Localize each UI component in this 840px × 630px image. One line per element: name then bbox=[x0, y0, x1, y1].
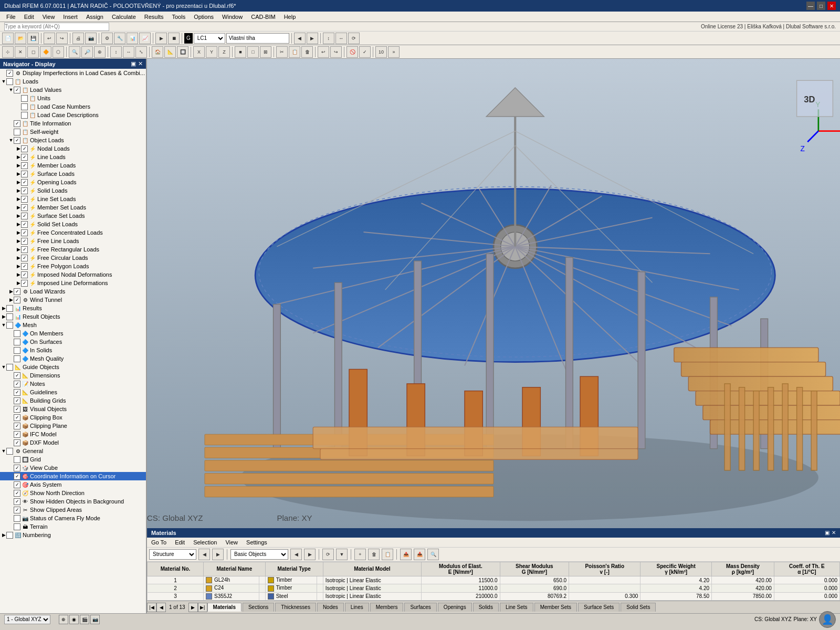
minimize-button[interactable]: — bbox=[806, 2, 815, 10]
nav-checkbox-self-weight[interactable] bbox=[14, 129, 20, 135]
toolbar-btn-10[interactable]: ↕ bbox=[323, 33, 334, 44]
tab-thicknesses[interactable]: Thicknesses bbox=[275, 603, 316, 612]
nav-item-member-set-loads[interactable]: ▶⚡Member Set Loads bbox=[0, 203, 146, 212]
nav-checkbox-imposed-line[interactable] bbox=[21, 280, 28, 287]
nav-checkbox-units[interactable] bbox=[21, 95, 28, 102]
nav-checkbox-load-case-descriptions[interactable] bbox=[21, 112, 28, 119]
mat-tb-btn2[interactable]: ▶ bbox=[212, 549, 224, 560]
nav-item-line-loads[interactable]: ▶⚡Line Loads bbox=[0, 153, 146, 161]
nav-item-load-values[interactable]: ▼📋Load Values bbox=[0, 86, 146, 94]
menu-help[interactable]: Help bbox=[280, 13, 300, 21]
nav-item-general[interactable]: ▼⚙General bbox=[0, 447, 146, 455]
nav-expand-imposed-nodal[interactable]: ▶ bbox=[16, 272, 21, 277]
mat-search-btn[interactable]: 🔍 bbox=[427, 549, 439, 560]
nav-checkbox-grid[interactable] bbox=[14, 456, 20, 463]
keyword-search[interactable] bbox=[4, 23, 109, 31]
tab-lines[interactable]: Lines bbox=[345, 603, 369, 612]
sb-btn-4[interactable]: 📷 bbox=[90, 615, 100, 624]
nav-item-opening-loads[interactable]: ▶⚡Opening Loads bbox=[0, 178, 146, 186]
nav-item-grid[interactable]: 🔲Grid bbox=[0, 455, 146, 464]
nav-item-status-camera[interactable]: 📷Status of Camera Fly Mode bbox=[0, 514, 146, 522]
tab-members[interactable]: Members bbox=[370, 603, 404, 612]
toolbar2-btn-23[interactable]: 🚫 bbox=[346, 46, 358, 58]
mat-tb-btn3[interactable]: ◀ bbox=[290, 549, 302, 560]
nav-checkbox-nodal-loads[interactable] bbox=[21, 145, 28, 152]
viewport-3d[interactable]: CS: Global XYZ Plane: XY X Y Z 3D bbox=[147, 59, 840, 528]
nav-item-results[interactable]: ▶📊Results bbox=[0, 304, 146, 312]
toolbar-btn-9[interactable]: ⏹ bbox=[168, 33, 180, 44]
nav-expand-member-loads[interactable]: ▶ bbox=[16, 163, 21, 168]
nav-item-numbering[interactable]: ▶🔢Numbering bbox=[0, 531, 146, 539]
toolbar2-btn-18[interactable]: ✂ bbox=[276, 46, 288, 58]
toolbar2-btn-15[interactable]: X bbox=[193, 46, 205, 58]
nav-checkbox-load-wizards[interactable] bbox=[14, 288, 20, 295]
mat-copy-btn[interactable]: 📋 bbox=[382, 549, 393, 560]
toolbar2-btn-7[interactable]: 🔎 bbox=[81, 46, 93, 58]
first-page-btn[interactable]: |◀ bbox=[147, 603, 156, 612]
nav-item-free-polygon-loads[interactable]: ▶⚡Free Polygon Loads bbox=[0, 262, 146, 270]
mat-import-btn[interactable]: 📥 bbox=[414, 549, 425, 560]
mat-selection[interactable]: Selection bbox=[191, 539, 219, 546]
nav-checkbox-member-set-loads[interactable] bbox=[21, 204, 28, 211]
toolbar2-btn-9[interactable]: ↕ bbox=[110, 46, 122, 58]
menu-calculate[interactable]: Calculate bbox=[108, 13, 140, 21]
nav-checkbox-clipping-box[interactable] bbox=[14, 414, 20, 421]
toolbar-btn-4[interactable]: ⚙ bbox=[101, 33, 113, 44]
menu-options[interactable]: Options bbox=[190, 13, 218, 21]
toolbar2-btn-2[interactable]: ✕ bbox=[15, 46, 26, 58]
nav-next[interactable]: ▶ bbox=[307, 33, 318, 44]
tab-surface-sets[interactable]: Surface Sets bbox=[578, 603, 620, 612]
nav-item-solid-set-loads[interactable]: ▶⚡Solid Set Loads bbox=[0, 220, 146, 228]
nav-checkbox-dxf-model[interactable] bbox=[14, 439, 20, 446]
nav-checkbox-axis-system[interactable] bbox=[14, 481, 20, 488]
nav-checkbox-dimensions[interactable] bbox=[14, 372, 20, 379]
nav-item-clipping-plane[interactable]: 📦Clipping Plane bbox=[0, 422, 146, 430]
mat-refresh-btn[interactable]: ⟳ bbox=[322, 549, 334, 560]
nav-expand-free-circular-loads[interactable]: ▶ bbox=[16, 255, 21, 260]
nav-item-visual-objects[interactable]: 🖼Visual Objects bbox=[0, 405, 146, 413]
nav-expand-wind-tunnel[interactable]: ▶ bbox=[8, 297, 14, 302]
mat-close-btn[interactable]: ✕ bbox=[832, 530, 836, 536]
nav-item-object-loads[interactable]: ▼📋Object Loads bbox=[0, 136, 146, 144]
screenshot-btn[interactable]: 📷 bbox=[85, 33, 97, 44]
tab-materials[interactable]: Materials bbox=[207, 603, 242, 612]
load-case-name-input[interactable] bbox=[226, 33, 289, 44]
nav-item-dimensions[interactable]: 📐Dimensions bbox=[0, 371, 146, 380]
maximize-button[interactable]: □ bbox=[817, 2, 825, 10]
nav-checkbox-visual-objects[interactable] bbox=[14, 406, 20, 413]
nav-expand-load-wizards[interactable]: ▶ bbox=[8, 289, 14, 294]
nav-expand-solid-set-loads[interactable]: ▶ bbox=[16, 222, 21, 227]
toolbar2-btn-4[interactable]: 🔶 bbox=[40, 46, 51, 58]
load-case-select[interactable]: LC1 bbox=[194, 33, 225, 44]
nav-checkbox-notes[interactable] bbox=[14, 381, 20, 387]
nav-item-mesh-quality[interactable]: 🔷Mesh Quality bbox=[0, 354, 146, 363]
nav-item-show-clipped[interactable]: ✂Show Clipped Areas bbox=[0, 506, 146, 514]
nav-checkbox-clipping-plane[interactable] bbox=[14, 423, 20, 429]
structure-filter[interactable]: Structure bbox=[149, 549, 196, 560]
nav-expand-object-loads[interactable]: ▼ bbox=[8, 138, 14, 143]
mat-add-btn[interactable]: + bbox=[354, 549, 366, 560]
nav-item-free-concentrated-loads[interactable]: ▶⚡Free Concentrated Loads bbox=[0, 228, 146, 237]
nav-checkbox-member-loads[interactable] bbox=[21, 162, 28, 169]
nav-checkbox-view-cube[interactable] bbox=[14, 465, 20, 471]
nav-checkbox-guidelines[interactable] bbox=[14, 389, 20, 396]
menu-window[interactable]: Window bbox=[218, 13, 247, 21]
nav-item-nodal-loads[interactable]: ▶⚡Nodal Loads bbox=[0, 144, 146, 153]
toolbar2-btn-21[interactable]: ↩ bbox=[318, 46, 329, 58]
material-row-2[interactable]: 3S355J2SteelIsotropic | Linear Elastic21… bbox=[148, 592, 840, 600]
nav-checkbox-results[interactable] bbox=[6, 305, 13, 312]
toolbar2-btn-24[interactable]: ✓ bbox=[359, 46, 371, 58]
nav-item-self-weight[interactable]: 📋Self-weight bbox=[0, 128, 146, 136]
nav-expand-free-rectangular-loads[interactable]: ▶ bbox=[16, 247, 21, 252]
nav-checkbox-result-objects[interactable] bbox=[6, 313, 13, 320]
tab-nodes[interactable]: Nodes bbox=[317, 603, 344, 612]
toolbar2-btn-14[interactable]: 🔲 bbox=[177, 46, 188, 58]
nav-expand-solid-loads[interactable]: ▶ bbox=[16, 188, 21, 193]
toolbar2-btn-13[interactable]: 📐 bbox=[164, 46, 176, 58]
nav-expand-line-set-loads[interactable]: ▶ bbox=[16, 196, 21, 202]
nav-item-wind-tunnel[interactable]: ▶⚙Wind Tunnel bbox=[0, 296, 146, 304]
nav-item-loads[interactable]: ▼📋Loads bbox=[0, 77, 146, 86]
nav-expand-free-concentrated-loads[interactable]: ▶ bbox=[16, 230, 21, 235]
nav-item-on-members[interactable]: 🔷On Members bbox=[0, 329, 146, 338]
nav-item-guide-objects[interactable]: ▼📐Guide Objects bbox=[0, 363, 146, 371]
